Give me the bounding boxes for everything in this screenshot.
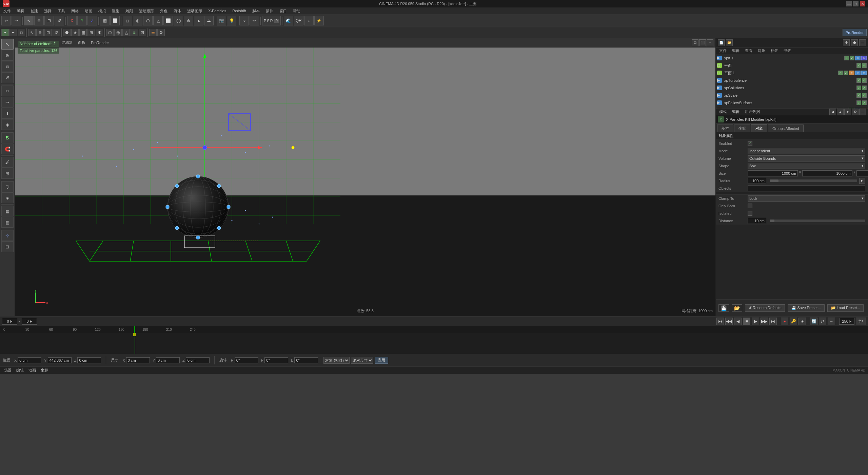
objects-list[interactable] — [748, 185, 865, 191]
play-reverse-btn[interactable]: ◀ — [734, 318, 742, 325]
coord-mode-select[interactable]: 对象 (相对) — [323, 357, 350, 364]
tool-extra1[interactable]: ⊹ — [1, 230, 14, 241]
sec-extra-1[interactable]: ⚙ — [157, 29, 165, 36]
move-tool[interactable]: ⊕ — [34, 16, 44, 25]
fps-settings[interactable]: fps — [856, 318, 866, 325]
play-btn[interactable]: ▶ — [752, 318, 759, 325]
undo-button[interactable]: ↩ — [1, 16, 11, 25]
radius-slider[interactable] — [770, 179, 857, 182]
mode-tool-2[interactable]: ⊕ — [36, 29, 44, 36]
rotate-tool[interactable]: ↺ — [55, 16, 64, 25]
rt-settings[interactable]: ⚙ — [843, 39, 850, 46]
xray-btn[interactable]: ☰ — [149, 29, 157, 36]
edges-mode[interactable]: ━ — [9, 29, 17, 36]
plane2-tag3[interactable]: C — [861, 71, 867, 75]
attr-btn-4[interactable]: ⚙ — [852, 109, 859, 115]
obj-menu-file[interactable]: 文件 — [718, 48, 728, 53]
shape-dropdown[interactable]: Box ▾ — [748, 163, 865, 169]
obj-menu-edit[interactable]: 编辑 — [731, 48, 741, 53]
menu-redshift[interactable]: Redshift — [231, 9, 247, 13]
tool-rotate[interactable]: ↺ — [1, 72, 14, 83]
attr-btn-3[interactable]: ▼ — [844, 109, 851, 115]
load-preset-icon-btn[interactable]: 📂 — [732, 304, 742, 312]
tool-paint[interactable]: 🖌 — [1, 157, 14, 168]
cylinder-tool[interactable]: ⬡ — [143, 16, 153, 25]
menu-animation[interactable]: 动画 — [83, 8, 94, 14]
tool-scale[interactable]: ⊡ — [1, 61, 14, 72]
hier-item-followsurface[interactable]: ▶ xpFollowSurface ✓ ✓ — [716, 99, 868, 107]
tab-coord[interactable]: 坐标 — [734, 125, 750, 132]
current-frame-input[interactable] — [2, 318, 17, 325]
status-anim[interactable]: 动画 — [27, 368, 37, 373]
sec-snap-1[interactable]: ⬡ — [106, 29, 114, 36]
tool-extra2[interactable]: ⊡ — [1, 241, 14, 252]
start-frame-input[interactable] — [22, 318, 37, 325]
obj-menu-obj[interactable]: 对象 — [756, 48, 767, 53]
turb-render[interactable]: ✓ — [862, 78, 867, 83]
vp-menu-camera[interactable]: 摄像机 — [17, 39, 32, 46]
sec-tool-7[interactable]: ▦ — [79, 29, 87, 36]
rot-p-input[interactable] — [264, 357, 288, 363]
tool-extrude[interactable]: ⬆ — [1, 108, 14, 119]
menu-select[interactable]: 选择 — [43, 8, 53, 14]
plane2-vis[interactable]: ✓ — [838, 71, 843, 75]
vp-split-h-btn[interactable]: ⬛ — [699, 39, 706, 46]
distance-input[interactable] — [748, 218, 766, 224]
loop-btn[interactable]: 🔄 — [810, 318, 817, 325]
size-y-coord-input[interactable] — [156, 357, 180, 363]
plane1-render[interactable]: ✓ — [862, 63, 867, 68]
menu-simulate[interactable]: 模拟 — [97, 8, 107, 14]
size-z-coord-input[interactable] — [186, 357, 210, 363]
pyramid-tool[interactable]: ▲ — [194, 16, 203, 25]
plane-tool[interactable]: ⬜ — [163, 16, 173, 25]
vp-menu-prorender[interactable]: ProRender — [89, 39, 111, 46]
axis-y[interactable]: Y — [77, 16, 87, 25]
isolated-checkbox[interactable] — [748, 211, 752, 216]
coll-render[interactable]: ✓ — [862, 86, 867, 90]
points-mode[interactable]: ● — [1, 29, 9, 36]
sec-tool-9[interactable]: ✱ — [96, 29, 103, 36]
menu-tracking[interactable]: 运动跟踪 — [138, 8, 155, 14]
poly-mode[interactable]: ◻ — [18, 29, 25, 36]
render-region[interactable]: ⬜ — [110, 16, 120, 25]
scale-tool[interactable]: ⊡ — [44, 16, 54, 25]
menu-file[interactable]: 文件 — [2, 8, 12, 14]
timeline-content[interactable] — [0, 333, 868, 354]
go-start-btn[interactable]: ⏮ — [716, 318, 724, 325]
pen-tool[interactable]: ✏ — [250, 16, 259, 25]
tool-select[interactable]: ↖ — [1, 39, 14, 50]
coord-y-input[interactable] — [48, 357, 72, 363]
obj-menu-tag[interactable]: 标签 — [769, 48, 780, 53]
sec-snap-4[interactable]: ≡ — [131, 29, 138, 36]
load-preset-button[interactable]: 📂 Load Preset... — [827, 304, 864, 312]
obj-menu-bookmark[interactable]: 书签 — [782, 48, 792, 53]
hier-item-turbulence[interactable]: ▶ xpTurbulence ✓ ✓ — [716, 77, 868, 84]
rt-open[interactable]: 📂 — [726, 39, 733, 46]
status-coords[interactable]: 坐标 — [39, 368, 50, 373]
xpkill-tag[interactable]: X — [855, 56, 861, 60]
attr-btn-5[interactable]: — — [859, 109, 866, 115]
attr-menu-userdata[interactable]: 用户数据 — [744, 109, 761, 114]
attr-btn-1[interactable]: ◀ — [829, 109, 836, 115]
status-edit[interactable]: 编辑 — [15, 368, 25, 373]
menu-tools[interactable]: 工具 — [56, 8, 66, 14]
menu-create[interactable]: 创建 — [29, 8, 39, 14]
sec-snap-2[interactable]: ◎ — [114, 29, 122, 36]
prev-frame-btn[interactable]: ◀◀ — [725, 318, 733, 325]
sec-tool-6[interactable]: ◈ — [71, 29, 79, 36]
volume-dropdown[interactable]: Outside Bounds ▾ — [748, 155, 865, 162]
redo-button[interactable]: ↪ — [12, 16, 21, 25]
fs-render[interactable]: ✓ — [862, 100, 867, 105]
menu-sculpt[interactable]: 雕刻 — [124, 8, 134, 14]
xpkill-render[interactable]: ✓ — [850, 56, 854, 60]
keyframe-btn[interactable]: ◈ — [798, 318, 806, 325]
cube-tool[interactable]: ◻ — [123, 16, 132, 25]
hier-item-plane1[interactable]: ◻ 平面 ✓ ✓ — [716, 62, 868, 69]
menu-script[interactable]: 脚本 — [251, 8, 261, 14]
spline-tool[interactable]: ∿ — [239, 16, 249, 25]
plane2-tag1[interactable]: T — [849, 71, 854, 75]
plane1-vis[interactable]: ✓ — [856, 63, 861, 68]
menu-xparticles[interactable]: X-Particles — [207, 9, 228, 13]
hier-item-xpkill[interactable]: ▶ xpKill ✓ ✓ X K — [716, 54, 868, 62]
vp-menu-panel[interactable]: 面板 — [76, 39, 87, 46]
